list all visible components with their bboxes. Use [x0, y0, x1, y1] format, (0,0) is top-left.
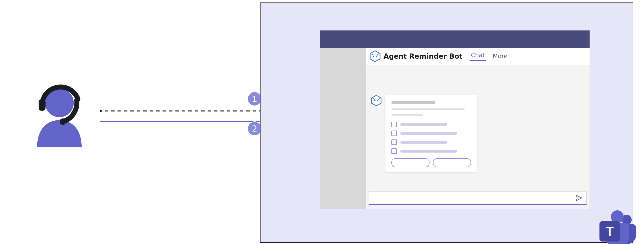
teams-window-panel: Agent Reminder Bot Chat More: [260, 3, 633, 243]
teams-app-window: Agent Reminder Bot Chat More: [320, 31, 590, 209]
card-text-placeholder: [392, 114, 423, 116]
app-hex-icon: [369, 50, 381, 62]
checklist-label-placeholder: [400, 141, 447, 144]
card-text-placeholder: [392, 108, 465, 110]
checkbox-icon[interactable]: [392, 122, 397, 127]
step-number: 1: [252, 94, 257, 104]
title-bar: [320, 31, 590, 48]
checklist-item[interactable]: [392, 122, 471, 127]
headset-user-icon: [32, 76, 86, 147]
svg-text:T: T: [606, 224, 614, 239]
diagram-stage: 1 2: [0, 0, 644, 244]
adaptive-card: [386, 95, 477, 172]
chat-body: [366, 65, 590, 209]
send-icon[interactable]: [576, 194, 582, 201]
svg-point-20: [377, 100, 378, 101]
svg-marker-18: [372, 95, 381, 106]
svg-rect-1: [38, 99, 46, 111]
svg-point-16: [373, 56, 374, 57]
svg-point-17: [376, 56, 377, 57]
card-action-button[interactable]: [433, 158, 471, 167]
tab-more[interactable]: More: [491, 53, 509, 60]
checkbox-icon[interactable]: [392, 148, 397, 154]
step-number: 2: [252, 124, 257, 134]
bot-avatar-icon: [370, 95, 382, 106]
checklist-label-placeholder: [400, 150, 457, 153]
chat-app-title: Agent Reminder Bot: [384, 52, 463, 61]
chat-header: Agent Reminder Bot Chat More: [366, 48, 590, 65]
bot-message: [370, 95, 477, 172]
microsoft-teams-logo-icon: T: [595, 207, 637, 244]
card-action-button[interactable]: [392, 158, 430, 167]
checklist-item[interactable]: [392, 148, 471, 154]
svg-point-19: [374, 100, 376, 101]
tab-chat[interactable]: Chat: [470, 52, 486, 61]
checkbox-icon[interactable]: [392, 131, 397, 136]
checkbox-icon[interactable]: [392, 139, 397, 145]
card-title-placeholder: [392, 101, 435, 104]
checklist-label-placeholder: [400, 123, 447, 126]
checklist-item[interactable]: [392, 139, 471, 145]
checklist-label-placeholder: [400, 132, 457, 135]
card-action-row: [392, 158, 471, 167]
checklist-item[interactable]: [392, 131, 471, 136]
message-composer[interactable]: [369, 191, 586, 205]
sidebar-rail: [320, 48, 366, 209]
svg-marker-15: [370, 51, 380, 62]
svg-point-2: [60, 118, 66, 125]
